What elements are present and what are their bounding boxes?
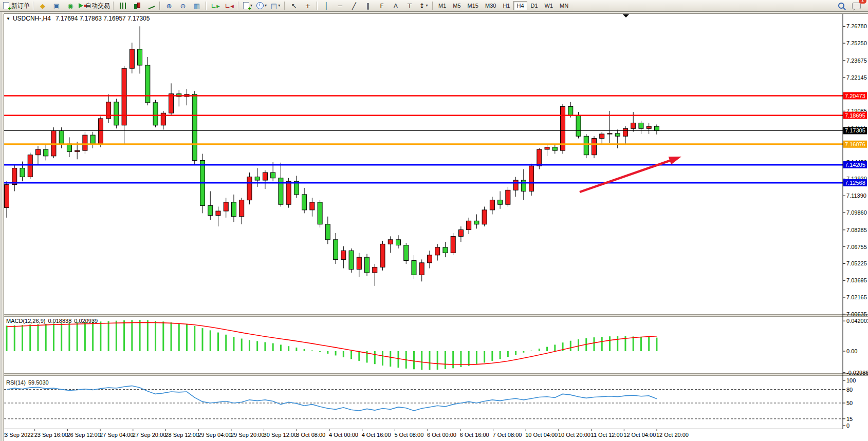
candle-up xyxy=(380,244,385,267)
chat-button[interactable]: 1 xyxy=(849,1,863,11)
candle-up xyxy=(28,155,32,177)
horizontal-line-button[interactable]: ─ xyxy=(334,1,347,11)
toolbar-separator xyxy=(238,2,239,10)
svg-text:26 Sep 12:00: 26 Sep 12:00 xyxy=(67,432,100,438)
candle-up xyxy=(373,267,377,273)
svg-text:27 Sep 04:00: 27 Sep 04:00 xyxy=(100,432,133,438)
toolbar-separator xyxy=(159,2,160,10)
svg-text:7.06755: 7.06755 xyxy=(846,244,867,250)
macd-value: 0.018838 xyxy=(48,318,71,324)
notification-badge: 1 xyxy=(859,0,866,4)
candle-up xyxy=(506,190,510,204)
svg-text:10 Oct 04:00: 10 Oct 04:00 xyxy=(525,432,558,438)
svg-text:7.16076: 7.16076 xyxy=(845,141,865,147)
svg-text:7 Oct 08:00: 7 Oct 08:00 xyxy=(493,432,522,438)
text-label-button[interactable]: T xyxy=(403,1,416,11)
svg-text:50: 50 xyxy=(846,400,853,406)
candle-up xyxy=(467,221,471,229)
autotrade-button xyxy=(79,3,83,8)
svg-text:4 Oct 16:00: 4 Oct 16:00 xyxy=(362,432,391,438)
candlestick-chart-button[interactable] xyxy=(130,1,143,11)
line-chart-icon xyxy=(146,2,155,9)
text-button[interactable]: A xyxy=(389,1,402,11)
vertical-line-icon: │ xyxy=(324,3,328,9)
zoom-out-icon: ⊖ xyxy=(180,3,186,9)
arrows-button: ↕ xyxy=(419,3,425,9)
candle-down xyxy=(44,149,48,156)
bar-chart-icon xyxy=(120,3,126,9)
dropdown-arrow-icon: ▾ xyxy=(278,4,280,8)
timeframe-button-w1[interactable]: W1 xyxy=(542,1,557,10)
signals-button[interactable]: ◉ xyxy=(64,1,77,11)
symbol-period-label: USDCNH-,H4 xyxy=(13,15,51,22)
candle-down xyxy=(654,126,659,130)
bar-chart-button[interactable] xyxy=(116,1,130,11)
candle-down xyxy=(615,133,620,136)
horizontal-line-icon: ─ xyxy=(338,3,342,9)
arrows-button[interactable]: ↕▾ xyxy=(417,1,430,11)
toolbar-separator xyxy=(432,2,433,10)
timeframe-button-d1[interactable]: D1 xyxy=(528,1,541,10)
vertical-line-button[interactable]: │ xyxy=(320,1,333,11)
timeframe-button-m1[interactable]: M1 xyxy=(435,1,449,10)
tile-windows-button[interactable]: ▦ xyxy=(190,1,204,11)
timeframe-button-m30[interactable]: M30 xyxy=(482,1,499,10)
candle-down xyxy=(145,65,150,103)
new-order-button[interactable]: 新订单 xyxy=(2,1,31,11)
candle-up xyxy=(607,133,612,134)
svg-text:27 Sep 20:00: 27 Sep 20:00 xyxy=(133,432,166,438)
svg-text:29 Sep 20:00: 29 Sep 20:00 xyxy=(231,432,264,438)
svg-text:23 Sep 2022: 23 Sep 2022 xyxy=(2,432,33,438)
candle-up xyxy=(216,211,220,216)
new-chart-button[interactable]: ▾ xyxy=(241,1,254,11)
svg-text:10 Oct 20:00: 10 Oct 20:00 xyxy=(558,432,590,438)
candle-up xyxy=(169,94,174,113)
chat-icon xyxy=(852,3,861,9)
channel-button[interactable]: ∥ xyxy=(361,1,375,11)
cursor-icon: ↖ xyxy=(291,3,297,9)
toolbar: 新订单◆▣◉自动交易⊕⊖▦∟▸∟◂▾▾▤▾↖+│─╱∥FAT↕▾M1M5M15M… xyxy=(0,0,868,12)
timeframe-button-m5[interactable]: M5 xyxy=(450,1,464,10)
timeframe-button-m15[interactable]: M15 xyxy=(465,1,482,10)
timeframe-button-h4[interactable]: H4 xyxy=(513,1,527,10)
candle-up xyxy=(239,200,244,217)
search-button[interactable] xyxy=(836,1,849,11)
candle-down xyxy=(138,49,142,65)
new-order-button xyxy=(3,2,9,9)
candle-down xyxy=(192,94,197,161)
candle-up xyxy=(98,119,103,144)
candle-down xyxy=(90,135,95,144)
candle-up xyxy=(286,181,291,204)
periods-button[interactable]: ▾ xyxy=(255,1,268,11)
ohlc-values: 7.17694 7.17863 7.16957 7.17305 xyxy=(56,15,150,22)
zoom-in-button[interactable]: ⊕ xyxy=(162,1,176,11)
rsi-value: 59.5030 xyxy=(28,379,49,386)
candle-up xyxy=(490,200,494,210)
svg-text:7.23675: 7.23675 xyxy=(846,57,867,64)
chart-canvas[interactable]: 7.267807.252507.236757.221457.190857.175… xyxy=(0,12,868,441)
candle-up xyxy=(427,255,432,263)
svg-text:23 Sep 16:00: 23 Sep 16:00 xyxy=(34,432,68,438)
templates-button[interactable]: ▤▾ xyxy=(269,1,282,11)
candle-up xyxy=(435,247,440,255)
cursor-button[interactable]: ↖ xyxy=(287,1,301,11)
svg-text:6 Oct 16:00: 6 Oct 16:00 xyxy=(460,432,489,438)
autotrade-button[interactable]: 自动交易 xyxy=(78,1,111,11)
trendline-button[interactable]: ╱ xyxy=(347,1,361,11)
toolbar-separator xyxy=(317,2,318,10)
symbol-dropdown-icon[interactable]: ▼ xyxy=(6,16,10,21)
chart-window-button[interactable]: ▣ xyxy=(50,1,63,11)
fibonacci-button[interactable]: F xyxy=(375,1,389,11)
zoom-out-button[interactable]: ⊖ xyxy=(176,1,190,11)
svg-text:7.17305: 7.17305 xyxy=(845,127,865,133)
timeframe-button-mn[interactable]: MN xyxy=(557,1,571,10)
svg-text:15: 15 xyxy=(846,416,853,422)
gold-box-button[interactable]: ◆ xyxy=(36,1,49,11)
chart-shift-button[interactable]: ∟◂ xyxy=(223,1,236,11)
crosshair-button[interactable]: + xyxy=(301,1,315,11)
toolbar-separator xyxy=(33,2,34,10)
timeframe-button-h1[interactable]: H1 xyxy=(500,1,513,10)
candle-down xyxy=(318,202,322,224)
auto-scroll-button[interactable]: ∟▸ xyxy=(209,1,222,11)
line-chart-button[interactable] xyxy=(144,1,157,11)
